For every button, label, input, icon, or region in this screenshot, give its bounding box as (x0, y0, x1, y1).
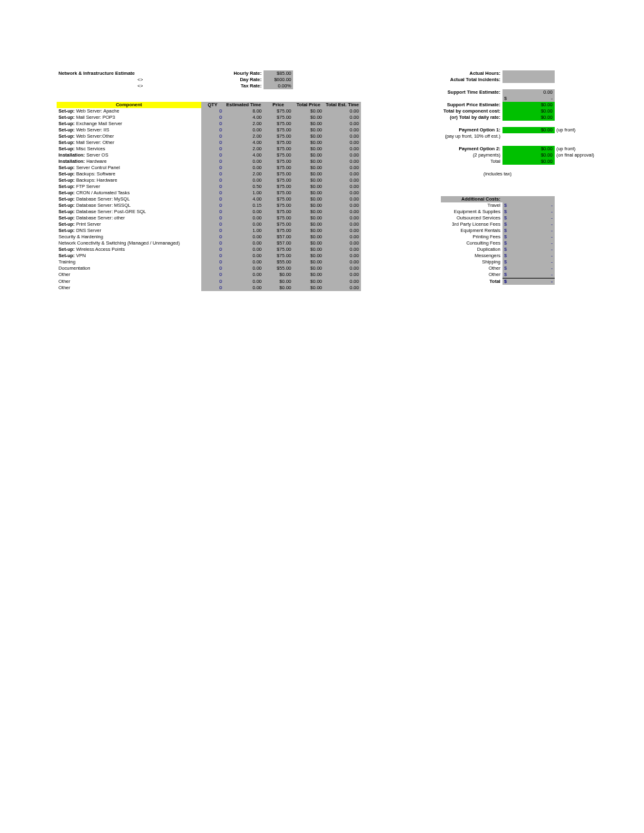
add-cost-label: Duplication (441, 246, 502, 253)
est-time-cell: 0.00 (224, 253, 264, 259)
component-cell: Set-up: Exchange Mail Server (57, 121, 201, 127)
total-est-time-cell: 0.00 (324, 253, 361, 259)
est-time-cell: 4.00 (224, 152, 264, 158)
total-est-time-cell: 0.00 (324, 152, 361, 158)
component-cell: Set-up: Backups: Software (57, 171, 201, 177)
add-cost-value: - (509, 209, 555, 215)
est-time-cell: 0.00 (224, 265, 264, 272)
hourly-rate-value: $85.00 (264, 70, 293, 77)
add-cost-label: Equipment & Supplies (441, 209, 502, 215)
est-time-cell: 0.00 (224, 234, 264, 240)
add-cost-dollar: $ (502, 234, 509, 240)
support-time-label: Support Time Estimate: (441, 89, 502, 96)
total-est-time-cell: 0.00 (324, 265, 361, 272)
component-cell: Set-up: Database Server: other (57, 215, 201, 221)
component-cell: Set-up: VPN (57, 253, 201, 259)
spreadsheet-content: Network & Infrastructure EstimateHourly … (57, 70, 609, 291)
qty-cell: 0 (201, 240, 224, 246)
total-price-cell: $0.00 (293, 190, 324, 196)
qty-cell: 0 (201, 285, 224, 291)
total-price-cell: $0.00 (293, 209, 324, 215)
price-cell: $75.00 (264, 196, 293, 202)
add-total-value: - (509, 279, 555, 285)
add-cost-dollar: $ (502, 265, 509, 272)
total-price-cell: $0.00 (293, 285, 324, 291)
price-cell: $75.00 (264, 246, 293, 253)
price-cell: $75.00 (264, 177, 293, 184)
add-cost-label: Printing Fees (441, 234, 502, 240)
actual-hours-value (502, 70, 555, 77)
total-est-time-cell: 0.00 (324, 240, 361, 246)
add-cost-dollar: $ (502, 228, 509, 234)
component-cell: Set-up: Print Server (57, 221, 201, 228)
add-cost-value: - (509, 253, 555, 259)
est-time-cell: 0.00 (224, 240, 264, 246)
total-price-cell: $0.00 (293, 146, 324, 152)
payment-option-2-label: Payment Option 2: (441, 146, 502, 152)
total-daily-rate-label: (or) Total by daily rate: (441, 114, 502, 121)
component-cell: Documentation (57, 265, 201, 272)
estimate-table: Network & Infrastructure EstimateHourly … (57, 70, 608, 291)
total-price-cell: $0.00 (293, 234, 324, 240)
total-est-time-cell: 0.00 (324, 221, 361, 228)
add-cost-label: Shipping (441, 259, 502, 265)
qty-cell: 0 (201, 177, 224, 184)
qty-cell: 0 (201, 133, 224, 140)
qty-cell: 0 (201, 127, 224, 133)
component-cell: Set-up: DNS Server (57, 228, 201, 234)
est-time-cell: 0.00 (224, 177, 264, 184)
est-time-cell: 2.00 (224, 133, 264, 140)
est-time-cell: 0.15 (224, 202, 264, 209)
tax-rate-label: Tax Rate: (224, 83, 264, 89)
price-cell: $0.00 (264, 272, 293, 279)
est-time-cell: 8.00 (224, 108, 264, 114)
component-cell: Installation: Hardware (57, 158, 201, 165)
add-cost-label: 3rd Party License Fees (441, 221, 502, 228)
price-cell: $75.00 (264, 228, 293, 234)
add-total-dollar: $ (502, 279, 509, 285)
qty-cell: 0 (201, 108, 224, 114)
component-cell: Set-up: Wireless Access Points (57, 246, 201, 253)
price-cell: $75.00 (264, 209, 293, 215)
price-cell: $75.00 (264, 184, 293, 190)
total-price-cell: $0.00 (293, 228, 324, 234)
add-cost-dollar: $ (502, 253, 509, 259)
price-cell: $75.00 (264, 158, 293, 165)
est-time-cell: 0.00 (224, 272, 264, 279)
col-price: Price (264, 102, 293, 108)
add-cost-dollar: $ (502, 259, 509, 265)
total-est-time-cell: 0.00 (324, 184, 361, 190)
total-est-time-cell: 0.00 (324, 215, 361, 221)
component-cell: Set-up: Misc Services (57, 146, 201, 152)
add-cost-label: Travel (441, 202, 502, 209)
add-cost-dollar: $ (502, 202, 509, 209)
add-cost-dollar: $ (502, 215, 509, 221)
add-cost-value: - (509, 246, 555, 253)
day-rate-value: $600.00 (264, 77, 293, 83)
qty-cell: 0 (201, 228, 224, 234)
component-cell: Training (57, 259, 201, 265)
component-cell: Set-up: FTP Server (57, 184, 201, 190)
total-est-time-cell: 0.00 (324, 234, 361, 240)
add-cost-value: - (509, 265, 555, 272)
est-time-cell: 0.00 (224, 285, 264, 291)
qty-cell: 0 (201, 158, 224, 165)
total-price-cell: $0.00 (293, 121, 324, 127)
est-time-cell: 0.00 (224, 246, 264, 253)
price-cell: $0.00 (264, 285, 293, 291)
component-cell: Set-up: Database Server: Post-GRE SQL (57, 209, 201, 215)
col-component: Component (57, 102, 201, 108)
payment-option-2-total-label: Total (441, 158, 502, 165)
total-price-cell: $0.00 (293, 221, 324, 228)
qty-cell: 0 (201, 140, 224, 146)
price-cell: $75.00 (264, 190, 293, 196)
add-cost-label: Outsourced Services (441, 215, 502, 221)
total-est-time-cell: 0.00 (324, 285, 361, 291)
total-price-cell: $0.00 (293, 202, 324, 209)
price-cell: $75.00 (264, 133, 293, 140)
est-time-cell: 0.00 (224, 259, 264, 265)
total-price-cell: $0.00 (293, 265, 324, 272)
hourly-rate-label: Hourly Rate: (224, 70, 264, 77)
total-daily-rate-value: $0.00 (502, 114, 555, 121)
qty-cell: 0 (201, 196, 224, 202)
